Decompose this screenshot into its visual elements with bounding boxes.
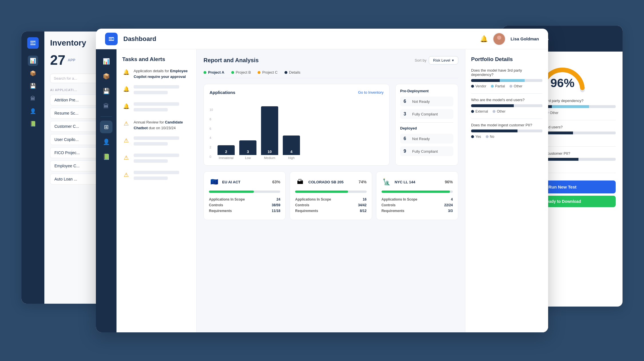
- tab-project-c[interactable]: Project C: [258, 70, 277, 74]
- task-warn-icon-3: ⚠: [122, 154, 130, 162]
- bp-sidebar-icon-5[interactable]: 👤: [28, 106, 38, 116]
- comp-pct-co: 74%: [359, 180, 367, 184]
- app-count-label: APP: [68, 58, 75, 62]
- task-text-1: Application details for Employee Copilot…: [134, 68, 191, 79]
- task-placeholder-3: ⚠: [122, 136, 191, 148]
- comp-stat-val-req-eu: 11/18: [272, 209, 280, 213]
- tab-details[interactable]: Details: [285, 70, 301, 74]
- sort-control: Sort by Risk Level ▾: [415, 56, 458, 64]
- bar-rect-immaterial: 2: [218, 145, 235, 155]
- portfolio-q1-bar: [471, 79, 542, 82]
- comp-bar-nyc: [382, 191, 453, 193]
- q2-seg-other: [514, 104, 542, 107]
- goto-inventory-link[interactable]: Go to Inventory: [358, 90, 384, 95]
- bar-chart-wrapper: 10 8 6 4 2 0: [210, 99, 384, 160]
- tab-project-b[interactable]: Project B: [231, 70, 251, 74]
- comp-stat-row-req-eu: Requirements 11/18: [209, 209, 280, 213]
- sidebar-icon-user[interactable]: 👤: [100, 136, 112, 148]
- comp-bar-fill-co: [295, 191, 348, 193]
- tab-project-a[interactable]: Project A: [204, 70, 224, 74]
- sidebar: 📊 📦 💾 🏛 ⊞ 👤 📗: [96, 49, 116, 332]
- sort-dropdown[interactable]: Risk Level ▾: [429, 56, 458, 64]
- nyc-flag-icon: 🗽: [382, 177, 392, 187]
- bar-label-medium: Medium: [264, 156, 275, 160]
- bp-sidebar-icon-6[interactable]: 📗: [28, 119, 38, 129]
- bar-rect-high: 4: [283, 136, 300, 155]
- bp-sidebar-icon-2[interactable]: 📦: [28, 68, 38, 79]
- comp-stat-row-req-nyc: Requirements 3/3: [382, 209, 453, 213]
- co-flag-icon: 🏔: [295, 177, 305, 187]
- comp-stat-val-ctrl-co: 34/42: [358, 203, 367, 207]
- legend-dot-external: [471, 110, 474, 113]
- bar-val-immaterial: 2: [225, 150, 227, 154]
- tasks-panel: Tasks and Alerts 🔔 Application details f…: [116, 49, 197, 332]
- nav-title: Dashboard: [123, 35, 474, 43]
- tab-label-c: Project C: [262, 70, 277, 74]
- bar-low: 3 Low: [239, 140, 256, 160]
- portfolio-q2-bar: [471, 104, 542, 107]
- legend-item-external: External: [471, 109, 488, 113]
- nav-username: Lisa Goldman: [511, 36, 539, 41]
- deployment-panel: Pre-Deployment 6 Not Ready 3 Fully Compl…: [395, 84, 458, 166]
- comp-stat-row-apps-nyc: Applications In Scope 4: [382, 197, 453, 201]
- comp-stat-label-req-co: Requirements: [295, 209, 318, 213]
- sidebar-icon-inventory[interactable]: 📦: [100, 70, 112, 83]
- comp-stat-row-ctrl-co: Controls 34/42: [295, 203, 366, 207]
- sidebar-icon-grid[interactable]: ⊞: [100, 121, 112, 133]
- q1-seg-other: [525, 79, 542, 82]
- sidebar-icon-compliance[interactable]: 🏛: [100, 100, 112, 112]
- avatar: [493, 33, 505, 45]
- portfolio-q1: Does the model have 3rd party dependency…: [471, 68, 542, 77]
- comp-pct-nyc: 96%: [445, 180, 453, 184]
- portfolio-title: Portfolio Details: [471, 56, 542, 62]
- comp-name-co: COLORADO SB 205: [308, 180, 355, 184]
- portfolio-q1-legend: Vendor Partial Other: [471, 84, 542, 88]
- pre-deploy-title: Pre-Deployment: [400, 89, 453, 93]
- task-item-2: ⚠ Annual Review for Candidate Chatbot du…: [122, 119, 191, 131]
- task-bell-icon-2: 🔔: [122, 85, 130, 93]
- bell-icon[interactable]: 🔔: [480, 35, 488, 43]
- bar-label-immaterial: Immaterial: [219, 156, 233, 160]
- legend-label-partial: Partial: [495, 84, 505, 88]
- sidebar-icon-data[interactable]: 💾: [100, 85, 112, 97]
- eu-flag-icon: 🇪🇺: [209, 177, 219, 187]
- comp-bar-eu: [209, 191, 280, 193]
- comp-stat-label-apps-eu: Applications In Scope: [209, 197, 245, 201]
- legend-item-vendor: Vendor: [471, 84, 486, 88]
- sort-chevron-icon: ▾: [452, 58, 454, 62]
- legend-item-partial: Partial: [491, 84, 505, 88]
- y-axis: 10 8 6 4 2 0: [210, 108, 215, 160]
- report-header: Report and Analysis Sort by Risk Level ▾: [204, 56, 458, 64]
- legend-dot-yes: [471, 135, 474, 138]
- bp-sidebar-icon-4[interactable]: 🏛: [28, 93, 38, 104]
- comp-stat-label-ctrl-nyc: Controls: [382, 203, 396, 207]
- comp-stat-label-apps-nyc: Applications In Scope: [382, 197, 417, 201]
- deployed-not-ready-count: 6: [404, 136, 409, 141]
- comp-stat-label-req-nyc: Requirements: [382, 209, 404, 213]
- scene: 📊 📦 💾 🏛 👤 📗 Inventory 27 APP Search for …: [21, 14, 623, 347]
- task-warn-icon-4: ⚠: [122, 171, 130, 179]
- bar-val-high: 4: [290, 150, 292, 154]
- task-placeholder-1: 🔔: [122, 85, 191, 97]
- comp-stat-val-req-nyc: 3/3: [448, 209, 453, 213]
- bp-sidebar-icon-3[interactable]: 💾: [28, 81, 38, 91]
- q1-seg-partial: [500, 79, 525, 82]
- compliance-card-co: 🏔 COLORADO SB 205 74% Applications In Sc…: [290, 171, 372, 220]
- sort-value: Risk Level: [433, 58, 450, 62]
- sidebar-icon-docs[interactable]: 📗: [100, 150, 112, 163]
- bp-sidebar-icon-1[interactable]: 📊: [28, 56, 38, 66]
- q3-seg-yes: [471, 130, 517, 132]
- comp-header-eu: 🇪🇺 EU AI ACT 63%: [209, 177, 280, 187]
- comp-stat-val-apps-nyc: 4: [451, 197, 453, 201]
- report-panel: Report and Analysis Sort by Risk Level ▾: [197, 49, 465, 332]
- legend-item-no: No: [486, 135, 494, 139]
- task-item-1: 🔔 Application details for Employee Copil…: [122, 68, 191, 79]
- sidebar-icon-analytics[interactable]: 📊: [100, 55, 112, 68]
- comp-stat-row-apps-eu: Applications In Scope 24: [209, 197, 280, 201]
- pre-compliant-status: Fully Compliant: [412, 112, 438, 116]
- deployed-title: Deployed: [400, 126, 453, 130]
- task-warn-icon-2: ⚠: [122, 136, 130, 144]
- back-panel-logo: [27, 37, 39, 49]
- bars-container: 2 Immaterial 3 Low: [218, 108, 384, 160]
- task-placeholder-2: 🔔: [122, 102, 191, 114]
